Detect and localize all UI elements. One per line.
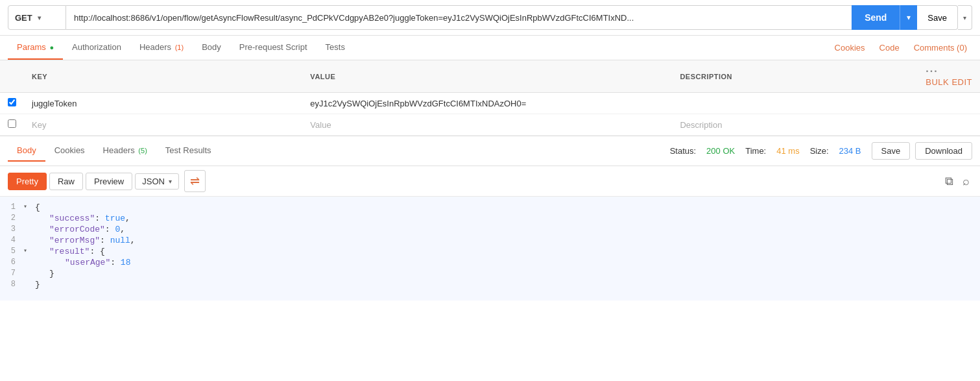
empty-key-placeholder: Key — [32, 120, 46, 130]
format-select[interactable]: JSON ▾ — [135, 173, 179, 190]
search-button[interactable]: ⌕ — [960, 172, 972, 191]
params-section: KEY VALUE DESCRIPTION ··· Bulk Edit jugg… — [0, 60, 980, 136]
wrap-button[interactable]: ⇌ — [184, 170, 206, 192]
desc-col-header: DESCRIPTION — [672, 60, 918, 93]
url-input[interactable] — [66, 5, 852, 30]
row-desc-cell — [672, 93, 918, 114]
send-button[interactable]: Send — [852, 5, 900, 30]
more-dots-icon[interactable]: ··· — [926, 66, 938, 77]
size-value: 234 B — [839, 146, 861, 156]
response-download-button[interactable]: Download — [915, 142, 972, 160]
headers-badge: (1) — [175, 43, 184, 51]
response-status: Status: 200 OK Time: 41 ms Size: 234 B — [670, 146, 861, 156]
empty-more-cell — [918, 114, 980, 136]
code-line-8: 8 } — [0, 279, 980, 290]
row-key-value: juggleToken — [32, 99, 77, 108]
headers-resp-badge: (5) — [138, 147, 147, 154]
tab-params[interactable]: Params ● — [8, 36, 63, 60]
resp-tab-headers[interactable]: Headers (5) — [94, 140, 156, 162]
checkbox-col-header — [0, 60, 24, 93]
line-num-1: 1 — [0, 203, 23, 212]
send-dropdown-button[interactable]: ▾ — [900, 5, 917, 30]
line-num-3: 3 — [0, 225, 23, 234]
code-toolbar: Pretty Raw Preview JSON ▾ ⇌ ⧉ ⌕ — [0, 166, 980, 197]
row-checkbox[interactable] — [8, 98, 16, 106]
resp-tab-test-results[interactable]: Test Results — [156, 140, 221, 162]
line-num-7: 7 — [0, 269, 23, 278]
method-select[interactable]: GET ▾ — [8, 5, 66, 30]
code-actions-right: ⧉ ⌕ — [942, 172, 972, 191]
resp-tab-body[interactable]: Body — [8, 140, 45, 162]
empty-row: Key Value Description — [0, 114, 980, 136]
copy-button[interactable]: ⧉ — [942, 172, 956, 191]
request-tabs: Params ● Authorization Headers (1) Body … — [0, 36, 980, 60]
code-text-2: "success": true, — [34, 214, 980, 223]
format-arrow: ▾ — [169, 178, 172, 185]
code-line-2: 2 "success": true, — [0, 213, 980, 224]
code-text-1: { — [34, 203, 980, 212]
row-value-value: eyJ1c2VySWQiOjEsInRpbWVzdGFtcCI6MTIxNDAz… — [310, 99, 526, 108]
empty-checkbox-cell[interactable] — [0, 114, 24, 136]
response-section: Body Cookies Headers (5) Test Results St… — [0, 136, 980, 301]
line-num-8: 8 — [0, 280, 23, 289]
send-btn-group: Send ▾ — [852, 5, 917, 30]
method-arrow: ▾ — [38, 14, 41, 21]
code-panel: 1 ▾ { 2 "success": true, 3 "errorCode": … — [0, 197, 980, 301]
tab-code[interactable]: Code — [874, 36, 905, 59]
row-more-cell — [918, 93, 980, 114]
status-value: 200 OK — [706, 146, 735, 156]
line-arrow-5[interactable]: ▾ — [23, 247, 34, 254]
code-line-4: 4 "errorMsg": null, — [0, 235, 980, 246]
right-tabs: Cookies Code Comments (0) — [830, 36, 972, 59]
time-label: Time: — [745, 146, 766, 156]
time-value: 41 ms — [776, 146, 799, 156]
empty-key-cell[interactable]: Key — [24, 114, 302, 136]
code-line-3: 3 "errorCode": 0, — [0, 224, 980, 235]
tab-body[interactable]: Body — [193, 36, 230, 60]
params-badge: ● — [49, 43, 54, 51]
save-button[interactable]: Save — [917, 5, 958, 30]
response-save-button[interactable]: Save — [872, 142, 911, 160]
top-bar: GET ▾ Send ▾ Save ▾ — [0, 0, 980, 36]
preview-button[interactable]: Preview — [86, 173, 132, 190]
empty-value-placeholder: Value — [310, 120, 331, 130]
status-label: Status: — [670, 146, 696, 156]
code-text-5: "result": { — [34, 247, 980, 256]
tab-pre-request[interactable]: Pre-request Script — [230, 36, 317, 60]
bulk-edit-button[interactable]: Bulk Edit — [926, 77, 972, 87]
code-text-8: } — [34, 280, 980, 289]
row-checkbox-cell[interactable] — [0, 93, 24, 114]
tab-cookies[interactable]: Cookies — [830, 36, 870, 59]
params-table: KEY VALUE DESCRIPTION ··· Bulk Edit jugg… — [0, 60, 980, 136]
empty-checkbox[interactable] — [8, 119, 16, 128]
resp-tab-cookies[interactable]: Cookies — [45, 140, 94, 162]
tab-tests[interactable]: Tests — [317, 36, 354, 60]
row-value-cell: eyJ1c2VySWQiOjEsInRpbWVzdGFtcCI6MTIxNDAz… — [302, 93, 672, 114]
code-line-5: 5 ▾ "result": { — [0, 246, 980, 257]
line-num-5: 5 — [0, 247, 23, 256]
copy-icon: ⧉ — [945, 175, 953, 188]
row-key-cell: juggleToken — [24, 93, 302, 114]
save-dropdown-button[interactable]: ▾ — [958, 5, 972, 30]
response-header: Body Cookies Headers (5) Test Results St… — [0, 136, 980, 166]
code-line-1: 1 ▾ { — [0, 202, 980, 213]
raw-button[interactable]: Raw — [49, 173, 83, 190]
empty-value-cell[interactable]: Value — [302, 114, 672, 136]
tab-headers[interactable]: Headers (1) — [130, 36, 193, 60]
line-arrow-1[interactable]: ▾ — [23, 203, 34, 210]
wrap-icon: ⇌ — [190, 175, 200, 188]
line-num-4: 4 — [0, 236, 23, 245]
size-label: Size: — [810, 146, 829, 156]
response-tabs: Body Cookies Headers (5) Test Results — [8, 140, 221, 162]
line-num-6: 6 — [0, 258, 23, 267]
pretty-button[interactable]: Pretty — [8, 173, 47, 190]
response-actions: Save Download — [872, 142, 972, 160]
code-line-6: 6 "userAge": 18 — [0, 257, 980, 268]
tab-authorization[interactable]: Authorization — [63, 36, 130, 60]
empty-desc-cell[interactable]: Description — [672, 114, 918, 136]
empty-desc-placeholder: Description — [680, 120, 722, 130]
tab-comments[interactable]: Comments (0) — [909, 36, 972, 59]
line-num-2: 2 — [0, 214, 23, 223]
value-col-header: VALUE — [302, 60, 672, 93]
format-value: JSON — [142, 177, 165, 186]
